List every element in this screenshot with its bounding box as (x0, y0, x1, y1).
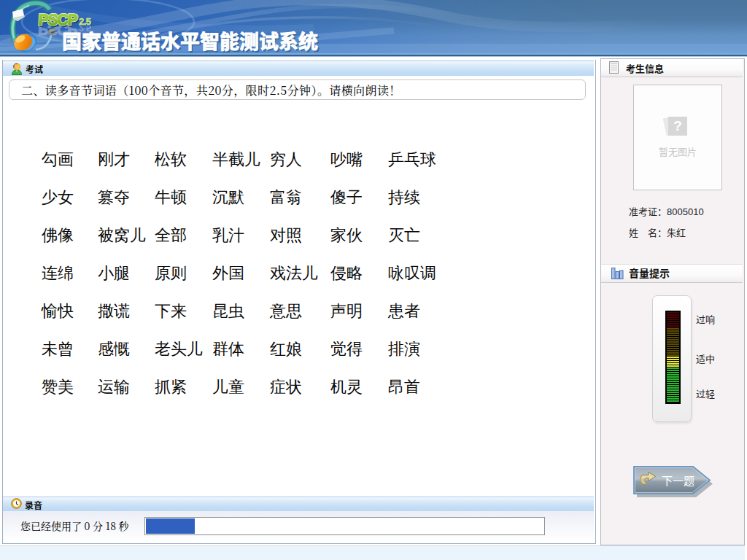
svg-text:下一题: 下一题 (662, 472, 694, 488)
svg-text:国家普通话水平智能测试系统: 国家普通话水平智能测试系统 (62, 26, 318, 55)
svg-text:2.5: 2.5 (79, 16, 91, 27)
svg-text:PSCP: PSCP (38, 11, 78, 28)
